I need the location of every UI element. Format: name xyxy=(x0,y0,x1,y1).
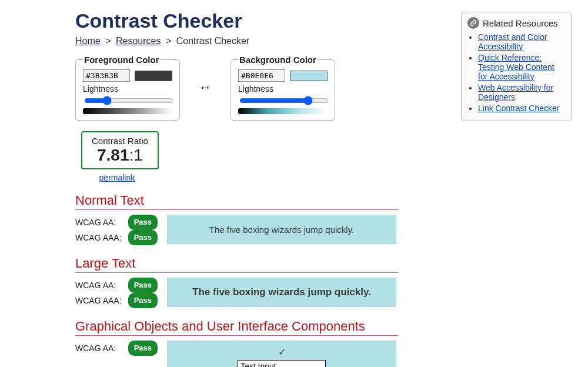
link-icon xyxy=(467,17,479,29)
contrast-ratio-suffix: :1 xyxy=(129,146,143,164)
swap-colors-button[interactable]: ↔ xyxy=(199,80,212,95)
section-heading-ui: Graphical Objects and User Interface Com… xyxy=(75,319,399,336)
check-icon: ✓ xyxy=(278,346,286,358)
contrast-ratio-value: 7.81:1 xyxy=(92,146,148,165)
aside-title: Related Resources xyxy=(483,18,558,28)
permalink-link[interactable]: permalink xyxy=(75,173,159,182)
related-resources: Related Resources Contrast and Color Acc… xyxy=(461,12,572,121)
ui-sample: ✓ xyxy=(167,341,396,367)
foreground-swatch[interactable] xyxy=(135,71,172,81)
normal-sample[interactable]: The five boxing wizards jump quickly. xyxy=(167,215,396,244)
aside-link[interactable]: Quick Reference: Testing Web Content for… xyxy=(478,53,554,81)
foreground-lightness-slider[interactable] xyxy=(84,96,173,105)
background-lightness-slider[interactable] xyxy=(239,96,329,105)
aside-link[interactable]: Web Accessibility for Designers xyxy=(478,83,553,102)
contrast-ratio-number: 7.81 xyxy=(97,146,129,164)
normal-aa-result: Pass xyxy=(128,215,158,230)
breadcrumb-current: Contrast Checker xyxy=(176,36,250,46)
large-sample[interactable]: The five boxing wizards jump quickly. xyxy=(167,278,396,307)
large-aaa-result: Pass xyxy=(128,293,158,308)
normal-aaa-label: WCAG AAA: xyxy=(75,231,122,245)
background-legend: Background Color xyxy=(238,55,318,65)
background-lightness-label: Lightness xyxy=(238,84,328,94)
breadcrumb-resources[interactable]: Resources xyxy=(116,36,161,46)
normal-aa-label: WCAG AA: xyxy=(75,215,116,229)
foreground-gradient xyxy=(83,108,172,114)
large-aa-result: Pass xyxy=(128,278,158,293)
background-swatch[interactable] xyxy=(290,71,328,81)
section-heading-normal: Normal Text xyxy=(75,193,399,210)
contrast-ratio-label: Contrast Ratio xyxy=(92,136,148,146)
foreground-lightness-label: Lightness xyxy=(83,84,172,94)
breadcrumb-home[interactable]: Home xyxy=(75,36,101,46)
background-gradient xyxy=(238,108,328,114)
section-heading-large: Large Text xyxy=(75,256,399,273)
large-aaa-label: WCAG AAA: xyxy=(75,293,122,308)
ui-sample-input[interactable] xyxy=(238,360,326,368)
large-aa-label: WCAG AA: xyxy=(75,278,116,292)
background-picker: Background Color Lightness xyxy=(230,55,335,121)
breadcrumb-sep: > xyxy=(105,36,111,46)
foreground-hex-input[interactable] xyxy=(83,69,130,82)
aside-link[interactable]: Link Contrast Checker xyxy=(478,104,560,113)
aside-link[interactable]: Contrast and Color Accessibility xyxy=(478,32,547,51)
normal-aaa-result: Pass xyxy=(128,230,158,245)
foreground-picker: Foreground Color Lightness xyxy=(75,55,180,121)
breadcrumb-sep: > xyxy=(166,36,171,46)
contrast-ratio-box: Contrast Ratio 7.81:1 xyxy=(81,131,159,169)
foreground-legend: Foreground Color xyxy=(83,55,161,65)
background-hex-input[interactable] xyxy=(238,69,285,82)
ui-aa-result: Pass xyxy=(128,341,158,356)
ui-aa-label: WCAG AA: xyxy=(75,341,116,355)
